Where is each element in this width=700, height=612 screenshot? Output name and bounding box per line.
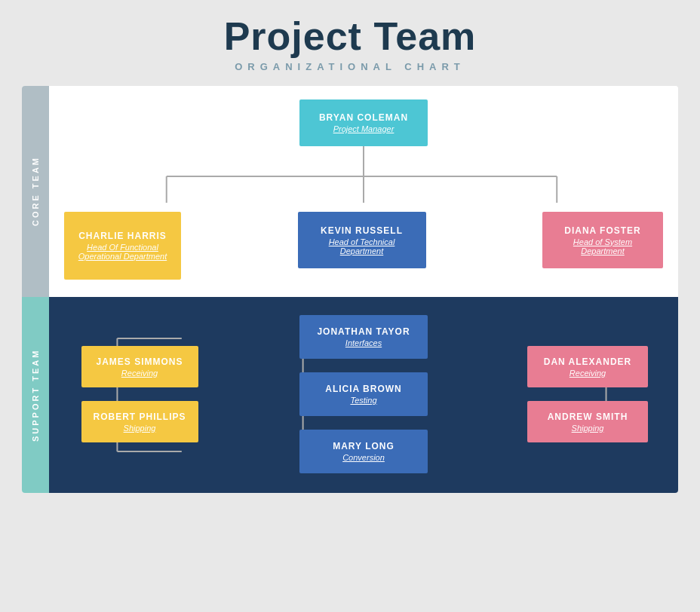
kevin-russell-role: Head of Technical Department [307, 237, 417, 256]
james-simmons-name: JAMES SIMMONS [96, 356, 183, 367]
jonathan-tayor-node: JONATHAN TAYOR Interfaces [299, 315, 428, 359]
dan-alexander-node: DAN ALEXANDER Receiving [527, 346, 648, 387]
diana-foster-role: Head of System Department [551, 237, 654, 256]
diana-foster-node: DIANA FOSTER Head of System Department [542, 212, 663, 268]
kevin-russell-node: KEVIN RUSSELL Head of Technical Departme… [298, 212, 426, 268]
kevin-russell-name: KEVIN RUSSELL [321, 225, 403, 236]
james-simmons-role: Receiving [121, 369, 158, 378]
support-left-col: JAMES SIMMONS Receiving ROBERT PHILLIPS … [64, 311, 215, 478]
page-wrapper: Project Team ORGANIZATIONAL CHART CORE T… [0, 0, 700, 612]
james-simmons-node: JAMES SIMMONS Receiving [81, 346, 198, 387]
dan-alexander-role: Receiving [570, 369, 606, 378]
top-node-role: Project Manager [333, 124, 395, 133]
top-node-container: BRYAN COLEMAN Project Manager [64, 99, 663, 146]
core-team-label: CORE TEAM [22, 86, 49, 297]
chart-container: CORE TEAM SUPPORT TEAM [22, 86, 678, 493]
support-team-label: SUPPORT TEAM [22, 297, 49, 493]
andrew-smith-name: ANDREW SMITH [548, 412, 628, 422]
diana-foster-name: DIANA FOSTER [564, 225, 641, 236]
dan-alexander-name: DAN ALEXANDER [544, 356, 632, 367]
side-labels: CORE TEAM SUPPORT TEAM [22, 86, 49, 493]
core-section: BRYAN COLEMAN Project Manager CHARLIE HA… [49, 86, 678, 297]
title-section: Project Team ORGANIZATIONAL CHART [224, 15, 477, 72]
jonathan-tayor-role: Interfaces [345, 338, 382, 347]
alicia-brown-node: ALICIA BROWN Testing [299, 372, 428, 416]
mary-long-node: MARY LONG Conversion [299, 430, 428, 473]
robert-phillips-node: ROBERT PHILLIPS Shipping [81, 401, 198, 442]
top-node-name: BRYAN COLEMAN [319, 112, 408, 123]
robert-phillips-name: ROBERT PHILLIPS [93, 412, 186, 422]
charlie-harris-name: CHARLIE HARRIS [78, 231, 167, 241]
andrew-smith-node: ANDREW SMITH Shipping [527, 401, 648, 442]
top-node: BRYAN COLEMAN Project Manager [299, 99, 428, 146]
charlie-harris-node: CHARLIE HARRIS Head Of Functional Operat… [64, 212, 181, 280]
main-title: Project Team [224, 15, 477, 58]
mary-long-name: MARY LONG [333, 441, 395, 451]
alicia-brown-name: ALICIA BROWN [325, 384, 402, 394]
chart-main: BRYAN COLEMAN Project Manager CHARLIE HA… [49, 86, 678, 493]
robert-phillips-role: Shipping [124, 424, 156, 433]
support-section: JAMES SIMMONS Receiving ROBERT PHILLIPS … [49, 297, 678, 493]
charlie-harris-role: Head Of Functional Operational Departmen… [73, 243, 172, 261]
core-children-row: CHARLIE HARRIS Head Of Functional Operat… [64, 212, 663, 280]
jonathan-tayor-name: JONATHAN TAYOR [317, 326, 410, 337]
andrew-smith-role: Shipping [572, 424, 604, 433]
support-right-col: DAN ALEXANDER Receiving ANDREW SMITH Shi… [512, 311, 663, 478]
sub-title: ORGANIZATIONAL CHART [224, 61, 477, 72]
support-mid-col: JONATHAN TAYOR Interfaces ALICIA BROWN T… [215, 311, 512, 478]
alicia-brown-role: Testing [350, 396, 376, 405]
mary-long-role: Conversion [342, 453, 385, 462]
